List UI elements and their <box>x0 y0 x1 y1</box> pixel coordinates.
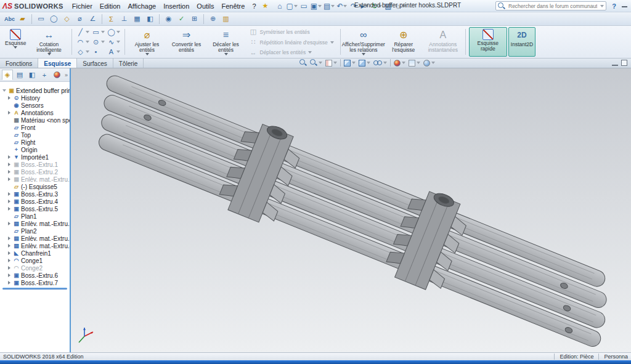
tree-item-boss-extru3[interactable]: ▣Boss.-Extru.3 <box>1 190 70 198</box>
point-tool[interactable]: • <box>91 47 106 57</box>
tree-item-plan1[interactable]: ▱Plan1 <box>1 212 70 220</box>
search-dropdown-caret[interactable] <box>600 5 604 7</box>
tree-item-esquisse5[interactable]: ▱(-) Esquisse5 <box>1 183 70 190</box>
tree-item-boss-extru6[interactable]: ▣Boss.-Extru.6 <box>1 272 70 279</box>
rapid-sketch-button[interactable]: Esquisse rapide <box>469 27 507 57</box>
mass-properties-icon[interactable]: ▦ <box>131 14 143 25</box>
tree-item-cut-extru2[interactable]: ▤Enlèv. mat.-Extru.2 <box>1 220 70 227</box>
convert-entities-button[interactable]: ⇒ Convertir les entités <box>168 27 206 57</box>
doc-restore-icon[interactable] <box>621 60 627 66</box>
rectangle-tool[interactable]: ▭ <box>91 27 106 37</box>
linear-pattern-button[interactable]: ∷ Répétition linéaire d'esquisse <box>248 38 336 47</box>
tab-surfaces[interactable]: Surfaces <box>77 59 113 68</box>
format-painter-icon[interactable]: ▰ <box>17 14 28 25</box>
help-icon[interactable]: ? <box>609 1 619 10</box>
feature-tree-tab[interactable]: ◈ <box>2 70 13 80</box>
tree-item-cut-extru4[interactable]: ▤Enlèv. mat.-Extru.4 <box>1 242 70 249</box>
expand-arrow-icon[interactable] <box>8 237 10 240</box>
search-input[interactable] <box>507 2 598 10</box>
model-3d[interactable] <box>71 68 630 352</box>
tree-item-importee1[interactable]: ▼Importée1 <box>1 153 70 161</box>
new-document-button[interactable]: ▢ <box>285 1 298 11</box>
expand-arrow-icon[interactable] <box>8 192 10 196</box>
tree-item-sensors[interactable]: ◉Sensors <box>1 102 70 109</box>
menu-affichage[interactable]: Affichage <box>124 2 160 10</box>
edit-appearance-button[interactable] <box>394 60 405 67</box>
tree-item-cut-extru1[interactable]: ▤Enlèv. mat.-Extru.1 <box>1 176 70 183</box>
menu-fichier[interactable]: Fichier <box>68 2 96 10</box>
tree-item-annotations[interactable]: AAnnotations <box>1 109 70 116</box>
spline-tool[interactable]: ∿ <box>106 37 121 47</box>
expand-arrow-icon[interactable] <box>8 222 10 225</box>
pattern-icon[interactable]: ⊞ <box>189 14 200 25</box>
graphics-viewport[interactable] <box>71 68 631 352</box>
sketch-button[interactable]: Esquisse <box>2 27 29 57</box>
status-customize-text[interactable]: Personna <box>604 354 628 360</box>
tree-item-boss-extru1[interactable]: ▣Boss.-Extru.1 <box>1 161 70 168</box>
open-document-button[interactable]: ▭ <box>299 1 309 11</box>
geometric-tolerance-icon[interactable]: ⌀ <box>74 14 86 25</box>
property-manager-tab[interactable]: ▤ <box>14 70 25 80</box>
tree-item-right-plane[interactable]: ▱Right <box>1 139 70 146</box>
expand-arrow-icon[interactable] <box>8 96 10 100</box>
tree-item-top-plane[interactable]: ▱Top <box>1 131 70 139</box>
datum-feature-icon[interactable]: ◇ <box>61 14 73 25</box>
arc-tool[interactable]: ◠ <box>75 37 91 47</box>
mirror-entities-button[interactable]: ◫ Symétriser les entités <box>248 27 336 36</box>
instant-annotations-button[interactable]: A Annotations instantanées <box>424 27 462 57</box>
zoom-fit-button[interactable] <box>299 59 307 67</box>
rollback-bar[interactable] <box>2 288 67 289</box>
print-button[interactable]: ▤ <box>323 1 335 11</box>
tree-item-conge1[interactable]: ◠Conge1 <box>1 257 70 264</box>
line-tool[interactable]: ╱ <box>75 27 91 37</box>
tree-item-origin[interactable]: +Origin <box>1 146 70 153</box>
tree-item-chanfrein1[interactable]: ◣Chanfrein1 <box>1 249 70 257</box>
tree-item-boss-extru4[interactable]: ▣Boss.-Extru.4 <box>1 198 70 205</box>
expand-arrow-icon[interactable] <box>8 266 10 270</box>
ellipse-tool[interactable]: ⊙ <box>91 37 106 47</box>
zoom-area-button[interactable] <box>310 59 322 67</box>
check-entity-icon[interactable]: ✓ <box>176 14 187 25</box>
menu-fenetre[interactable]: Fenêtre <box>218 2 248 10</box>
favorites-star-icon[interactable]: ★ <box>263 2 269 10</box>
tree-item-conge2[interactable]: ◠Conge2 <box>1 264 70 272</box>
menu-outils[interactable]: Outils <box>193 2 218 10</box>
expand-arrow-icon[interactable] <box>8 244 10 248</box>
note-icon[interactable]: ▭ <box>35 14 47 25</box>
view-orientation-button[interactable] <box>344 60 356 67</box>
search-box[interactable] <box>495 1 606 10</box>
display-delete-relations-button[interactable]: ∞ Afficher/Supprimer les relations <box>344 27 383 57</box>
hide-show-items-button[interactable] <box>373 60 387 65</box>
tree-item-cut-extru3[interactable]: ▤Enlèv. mat.-Extru.3 <box>1 235 70 242</box>
undo-button[interactable]: ↶ <box>336 1 348 11</box>
tree-item-boss-extru5[interactable]: ▣Boss.-Extru.5 <box>1 205 70 212</box>
circle-tool[interactable]: ◯ <box>106 27 121 37</box>
expand-arrow-icon[interactable] <box>8 200 10 203</box>
tree-item-front-plane[interactable]: ▱Front <box>1 124 70 131</box>
equations-icon[interactable]: Σ <box>105 14 117 25</box>
tree-item-plan2[interactable]: ▱Plan2 <box>1 227 70 235</box>
expand-arrow-icon[interactable] <box>8 177 10 181</box>
tree-item-history[interactable]: ⊙History <box>1 94 70 102</box>
tab-fonctions[interactable]: Fonctions <box>0 59 38 68</box>
expand-arrow-icon[interactable] <box>8 251 10 255</box>
expand-arrow-icon[interactable] <box>8 207 10 211</box>
polygon-tool[interactable]: ◇ <box>75 47 91 57</box>
view-settings-button[interactable] <box>423 60 435 67</box>
tab-esquisse[interactable]: Esquisse <box>38 59 77 68</box>
menu-help[interactable]: ? <box>248 2 259 10</box>
sensor-icon[interactable]: ◉ <box>163 14 174 25</box>
window-minimize-icon[interactable] <box>622 6 627 7</box>
section-properties-icon[interactable]: ◧ <box>144 14 156 25</box>
expand-arrow-icon[interactable] <box>8 259 10 262</box>
expand-arrow-icon[interactable] <box>8 111 10 115</box>
tree-item-boss-extru7[interactable]: ▣Boss.-Extru.7 <box>1 279 70 286</box>
section-view-button[interactable] <box>325 60 337 67</box>
expand-arrow-icon[interactable] <box>8 155 10 159</box>
tab-tolerie[interactable]: Tôlerie <box>113 59 144 68</box>
expand-arrow-icon[interactable] <box>8 273 10 277</box>
zoom-tool-icon[interactable]: ⊕ <box>207 14 219 25</box>
offset-entities-button[interactable]: ≡ Décaler les entités <box>207 27 245 57</box>
apply-scene-button[interactable] <box>409 60 420 67</box>
tree-root-part[interactable]: ▣Extended buffer printer hooks (D <box>1 87 70 94</box>
